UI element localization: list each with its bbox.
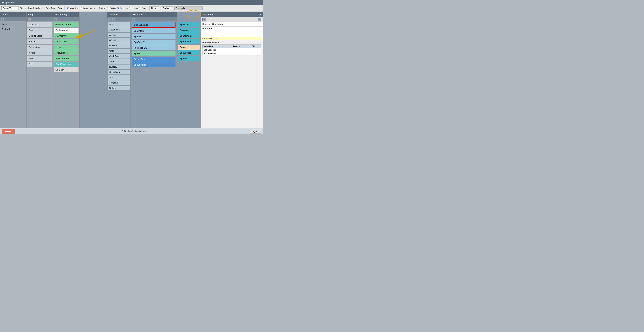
row1-menutext: Spa Schedule (202, 48, 232, 52)
lucy-item-sales[interactable]: Sales (27, 28, 52, 33)
row1-div (251, 48, 261, 52)
lib-item-cafe[interactable]: Cafe (108, 49, 130, 53)
menu-text-radio[interactable] (67, 7, 69, 9)
acct-item-go-back[interactable]: Go Back (54, 67, 78, 72)
lib-item-cashflow[interactable]: CashFlow (108, 54, 130, 59)
libraries-header: Libraries (107, 12, 130, 17)
lib-item-brewery[interactable]: Brewery (108, 43, 130, 48)
accounting-minus-btn[interactable]: - (54, 18, 57, 21)
lucy-item-accounting[interactable]: Accounting (27, 45, 52, 50)
accounting-header: Accounting (53, 12, 79, 17)
rota-value: RotaABO (202, 27, 261, 30)
params-plus-btn[interactable]: + (202, 18, 206, 21)
quit-button[interactable]: Quit (250, 129, 261, 134)
lib-item-junk[interactable]: Junk (108, 59, 130, 64)
lib-item-spa[interactable]: Spa (108, 75, 130, 80)
accounting-panel: Accounting - General Journal Cash Journa… (53, 12, 80, 128)
base-form-label: Base Form: (46, 7, 56, 10)
sort-station-radio[interactable] (107, 7, 109, 9)
res-item-spa-intake[interactable]: Spa Intake (132, 29, 176, 33)
lib-item-accounting[interactable]: Accounting (108, 27, 130, 32)
reservoir-panel: Reservoir - Spa Schedule Spa Intake Spa … (131, 12, 177, 128)
table-row[interactable]: Spa Schedule (202, 52, 261, 56)
lib-item-bomp[interactable]: BOMP (108, 38, 130, 43)
lucy-item-reports[interactable]: Reports (27, 39, 52, 44)
lucy-item-exit[interactable]: Exit (27, 62, 52, 67)
res-item-spa-vw[interactable]: Spa Vw (132, 34, 176, 39)
res-right-spapurchase[interactable]: SpaPurchase (178, 39, 200, 44)
rota-display: RotaABO (201, 27, 263, 37)
duplicate-button[interactable]: Duplicate (161, 6, 173, 10)
selected-value: Spa Intake (212, 23, 224, 25)
acct-item-chart-of-accounts[interactable]: ChartOfAccounts (54, 62, 78, 67)
sort-form-radio[interactable] (139, 7, 141, 9)
lib-item-timecard[interactable]: Timecard (108, 80, 130, 85)
sort-category-radio[interactable] (117, 7, 120, 9)
res-right-spaitem[interactable]: SpaItem (178, 56, 200, 61)
col-permits: Permits (232, 45, 251, 48)
separator3 (97, 6, 97, 10)
main-container: RotaABO Station: Spa Schedule Base Form:… (0, 5, 263, 134)
content-area: Users - Lucy Richard Lucy - Welcome Sale… (0, 12, 263, 128)
ctrl-enter-hint: Ctrl + Enter to finish. (201, 37, 263, 40)
rota-select[interactable]: RotaABO (1, 6, 18, 10)
acct-item-trial-balance[interactable]: TrialBalance (54, 50, 78, 55)
menu-params-section: Menu Parameters MenuText Permits Div Spa… (201, 40, 263, 57)
lucy-item-actors[interactable]: Actors (27, 50, 52, 55)
reservoir-left-list: Spa Schedule Spa Intake Spa Vw SpaSalesV… (131, 21, 177, 128)
res-right-spainvt[interactable]: SpaInvt (178, 45, 200, 50)
toolbar: RotaABO Station: Spa Schedule Base Form:… (0, 5, 263, 12)
lib-item-nursery[interactable]: Nursery (108, 65, 130, 69)
accounting-list: General Journal Cash Journal Journal Vw … (53, 21, 79, 128)
sort-library-radio[interactable] (129, 7, 131, 9)
parameters-panel: Parameters 1 + - Selected: Spa Intake Ro… (201, 12, 263, 128)
users-minus-btn[interactable]: - (1, 18, 4, 21)
res-minus-btn[interactable]: - (132, 18, 135, 21)
separator (44, 6, 44, 10)
sort-station-group: Station (107, 7, 116, 9)
lucy-minus-btn[interactable]: - (27, 18, 31, 21)
users-list: Lucy Richard (0, 21, 26, 128)
table-row[interactable]: Spa Schedule (202, 48, 261, 52)
lucy-item-welcome[interactable]: Welcome (27, 22, 52, 27)
title-bar: Setup Menu (0, 0, 263, 5)
res-item-spasalesvw[interactable]: SpaSalesVw (132, 40, 176, 45)
lib-minus-btn[interactable]: - (112, 18, 115, 21)
station-names-radio[interactable] (80, 7, 82, 9)
spacer-panel (80, 12, 107, 128)
users-button[interactable]: Users (2, 129, 15, 134)
libraries-controls: + - (107, 17, 130, 21)
res-item-purchase-vw[interactable]: Purchase Vw (132, 45, 176, 50)
duplicate-input[interactable] (174, 7, 202, 10)
res-right-spaservice[interactable]: SpaService (178, 50, 200, 55)
acct-item-balance-sheet[interactable]: BalanceSheet (54, 56, 78, 61)
library-button[interactable]: Library (149, 6, 160, 10)
res-item-spasupplier[interactable]: SpaSupplier (132, 62, 176, 67)
lib-plus-btn[interactable]: + (108, 18, 111, 21)
menu-params-title: Menu Parameters (202, 42, 261, 44)
lib-item-upload[interactable]: Upload (108, 86, 130, 90)
lib-item-schedules[interactable]: Schedules (108, 70, 130, 75)
sort-form-label: Form... (142, 7, 148, 9)
acct-item-ledger[interactable]: Ledger (54, 45, 78, 50)
user-lucy[interactable]: Lucy (1, 22, 26, 27)
acct-item-jnlsub-vw[interactable]: JnlSub_Vw (54, 39, 78, 44)
res-item-spa-gj[interactable]: Spa GJ (132, 51, 176, 56)
user-richard[interactable]: Richard (1, 27, 26, 32)
res-right-customer[interactable]: Customer (178, 28, 200, 33)
lib-item-all[interactable]: ALL (108, 22, 130, 27)
res-right-spaitemsale[interactable]: SpaItemSale (178, 33, 200, 38)
params-controls: + - (201, 17, 263, 22)
lucy-item-admin[interactable]: Admin (27, 56, 52, 61)
acct-item-general-journal[interactable]: General Journal (54, 22, 78, 27)
res-item-animaltype[interactable]: AnimalType (132, 57, 176, 62)
acct-item-journal-vw[interactable]: Journal Vw (54, 33, 78, 38)
lucy-item-docket-sales[interactable]: Docket Sales (27, 33, 52, 38)
row2-permits (232, 52, 251, 56)
params-minus-btn[interactable]: - (258, 18, 261, 21)
res-item-spa-schedule[interactable]: Spa Schedule (132, 22, 176, 28)
hint-text: Ctrl to drag Station buttons. (122, 130, 146, 132)
res-right-spa-comp[interactable]: Spa COMP (178, 22, 200, 27)
lib-item-admin[interactable]: Admin (108, 33, 130, 37)
acct-item-cash-journal[interactable]: Cash Journal (54, 28, 78, 33)
